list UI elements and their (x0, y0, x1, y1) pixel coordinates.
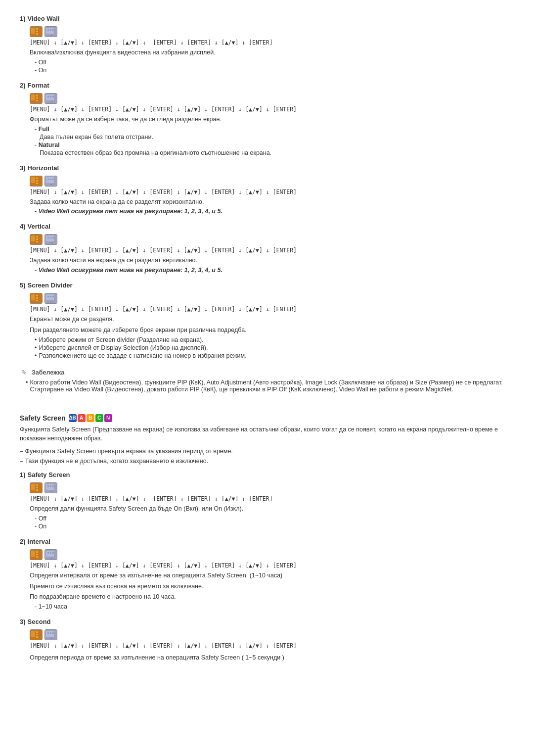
vw-item4-icons (30, 234, 514, 245)
svg-rect-45 (31, 294, 35, 300)
svg-rect-24 (36, 178, 38, 179)
svg-rect-75 (50, 552, 51, 554)
svg-rect-58 (36, 487, 38, 488)
ss-item2-desc3: По подразбиране времето е настроено на 1… (30, 592, 514, 602)
svg-rect-79 (36, 631, 38, 633)
vw-item2-natural-subdesc: Показва естествен образ без промяна на о… (40, 149, 514, 156)
ss-item1-opt-on: - On (35, 523, 514, 530)
svg-rect-1 (31, 28, 35, 34)
svg-rect-35 (36, 236, 38, 237)
vw-item5-desc1: Екранът може да се разделя. (30, 315, 514, 324)
safety-screen-header: Safety Screen ΔB A B C N (20, 414, 514, 422)
svg-rect-69 (36, 554, 38, 555)
svg-rect-64 (50, 485, 51, 487)
badge-n: N (104, 414, 112, 422)
svg-rect-85 (47, 632, 49, 634)
monitor-icon-3 (44, 176, 57, 187)
svg-rect-6 (46, 28, 54, 34)
svg-rect-46 (36, 295, 38, 296)
ss-item1: 1) Safety Screen (20, 471, 514, 530)
svg-rect-20 (50, 96, 51, 97)
svg-rect-47 (36, 297, 38, 299)
vw-item1-opt-off: - Off (35, 59, 514, 66)
vw-item5-nav: [MENU] ↓ [▲/▼] ↓ [ENTER] ↓ [▲/▼] ↓ [ENTE… (30, 306, 514, 313)
vw-item5-bullet1-text: Изберете режим от Screen divider (Раздел… (39, 336, 203, 343)
vw-item5-number: 5) (20, 282, 26, 289)
vw-item5-bullet2-text: Изберете дисплей от Display Selection (И… (39, 344, 208, 351)
ss-item1-number: 1) (20, 471, 26, 478)
vw-item1-number: 1) (20, 15, 26, 22)
vw-item2-desc: Форматът може да се избере така, че да с… (30, 115, 514, 124)
svg-rect-10 (52, 29, 54, 31)
svg-rect-56 (31, 484, 35, 490)
vw-item3-title: Horizontal (28, 164, 59, 172)
svg-rect-62 (50, 491, 53, 492)
ss-item2-title: Interval (28, 538, 50, 545)
svg-rect-21 (52, 96, 54, 97)
vw-item3: 3) Horizontal (20, 164, 514, 215)
monitor-icon-ss1 (44, 482, 57, 493)
vw-item4: 4) Vertical (20, 223, 514, 274)
vw-item4-nav: [MENU] ↓ [▲/▼] ↓ [ENTER] ↓ [▲/▼] ↓ [ENTE… (30, 247, 514, 254)
svg-rect-57 (36, 484, 38, 486)
vw-item3-icons (30, 176, 514, 187)
svg-rect-14 (36, 97, 38, 99)
safety-screen-badges: ΔB A B C N (69, 414, 112, 422)
svg-rect-12 (31, 94, 35, 100)
svg-rect-19 (47, 96, 49, 97)
svg-rect-84 (50, 638, 53, 639)
vw-item1-title: Video Wall (28, 15, 60, 22)
svg-rect-51 (50, 301, 53, 302)
vw-item2: 2) Format (20, 82, 514, 156)
remote-icon-2 (30, 93, 43, 104)
monitor-icon-ss2 (44, 549, 57, 560)
svg-rect-86 (50, 632, 51, 634)
remote-icon-ss3 (30, 629, 43, 640)
vw-item5: 5) Screen Divider (20, 282, 514, 359)
vw-item4-desc: Задава колко части на екрана да се разде… (30, 256, 514, 265)
ss-item3-title: Second (28, 618, 51, 625)
monitor-icon-1 (44, 26, 57, 37)
vw-item1-opt-on: - On (35, 67, 514, 74)
svg-rect-8 (47, 29, 49, 31)
vw-item4-note: - Video Wall осигурява пет нива на регул… (35, 267, 514, 274)
ss-item1-desc: Определя дали функцията Safety Screen да… (30, 504, 514, 514)
svg-rect-87 (52, 632, 54, 634)
notice-text-content: Когато работи Video Wall (Видеостена), ф… (30, 379, 514, 393)
svg-rect-26 (36, 183, 38, 184)
svg-rect-34 (31, 236, 35, 241)
vw-item5-bullet3-text: Разположението ще се зададе с натискане … (39, 352, 246, 359)
svg-rect-39 (46, 236, 54, 241)
svg-rect-70 (36, 556, 38, 558)
vw-item5-desc2: При разделянето можете да изберете броя … (30, 326, 514, 335)
vw-item5-bullet1: Изберете режим от Screen divider (Раздел… (35, 336, 514, 343)
ss-item2-icons (30, 549, 514, 560)
vw-item1-nav: [MENU] ↓ [▲/▼] ↓ [ENTER] ↓ [▲/▼] ↓ [ENTE… (30, 39, 514, 46)
svg-rect-61 (46, 484, 54, 490)
vw-item2-icons (30, 93, 514, 104)
monitor-icon-5 (44, 293, 57, 304)
svg-rect-30 (47, 179, 49, 180)
svg-rect-37 (36, 241, 38, 242)
vw-item1-icons (30, 26, 514, 37)
monitor-icon-2 (44, 93, 57, 104)
svg-rect-29 (50, 184, 53, 185)
vw-item2-full-subdesc: Дава пълен екран без полета отстрани. (40, 134, 514, 141)
badge-b: B (87, 414, 94, 422)
remote-icon-ss2 (30, 549, 43, 560)
svg-rect-81 (36, 636, 38, 638)
ss-item1-icons (30, 482, 514, 493)
svg-rect-52 (47, 296, 49, 297)
svg-rect-80 (36, 634, 38, 635)
videowall-notice: ✎ Забележка Когато работи Video Wall (Ви… (20, 368, 514, 393)
svg-rect-83 (46, 631, 54, 637)
safety-screen-note2: – Тази функция не е достъпна, когато зах… (20, 456, 514, 466)
badge-c: C (95, 414, 103, 422)
ss-item3-nav: [MENU] ↓ [▲/▼] ↓ [ENTER] ↓ [▲/▼] ↓ [ENTE… (30, 642, 514, 649)
svg-rect-17 (46, 94, 54, 100)
vw-item4-number: 4) (20, 223, 26, 230)
ss-item2-nav: [MENU] ↓ [▲/▼] ↓ [ENTER] ↓ [▲/▼] ↓ [ENTE… (30, 562, 514, 569)
safety-screen-title: Safety Screen (20, 414, 66, 422)
svg-rect-54 (52, 296, 54, 297)
vw-item5-bullet3: Разположението ще се зададе с натискане … (35, 352, 514, 359)
